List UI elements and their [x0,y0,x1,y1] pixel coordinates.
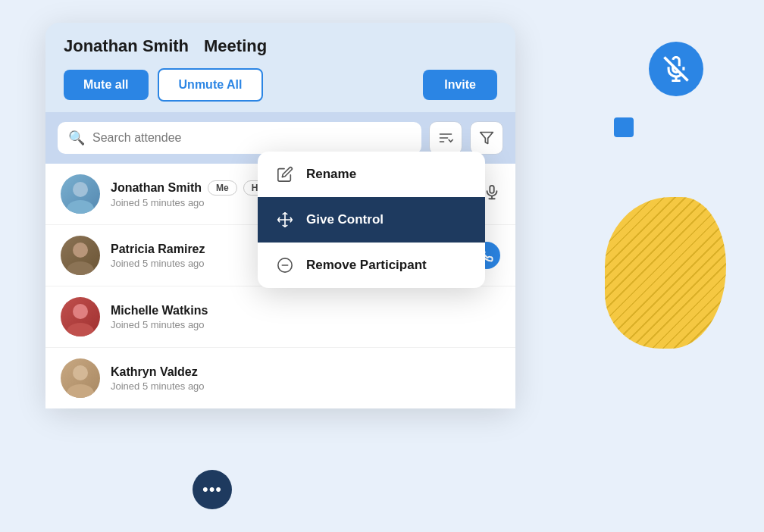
unmute-all-button[interactable]: Unmute All [158,68,264,102]
deco-square [614,117,634,137]
svg-point-13 [67,261,94,275]
avatar [61,174,100,214]
user-name-title: Jonathan Smith [64,36,189,56]
avatar [61,297,100,336]
toolbar: Mute all Unmute All Invite [45,64,515,112]
rename-icon [274,164,296,185]
muted-mic-indicator [649,42,703,96]
mute-all-button[interactable]: Mute all [64,70,149,100]
sort-button[interactable] [429,121,462,155]
attendee-info: Michelle Watkins Joined 5 minutes ago [111,304,500,330]
search-input[interactable] [92,131,411,145]
filter-button[interactable] [470,121,503,155]
svg-point-15 [67,323,94,336]
badge-me: Me [208,180,237,196]
meeting-title: Meeting [204,36,267,56]
search-box: 🔍 [58,122,421,154]
svg-marker-6 [481,133,493,144]
mic-button[interactable] [484,184,500,204]
svg-rect-9 [490,186,494,193]
svg-point-8 [67,200,94,214]
svg-point-17 [67,384,94,398]
svg-point-14 [73,304,88,319]
remove-participant-menu-item[interactable]: Remove Participant [258,243,485,288]
attendee-name: Michelle Watkins [111,304,500,318]
invite-button[interactable]: Invite [423,70,497,100]
search-icon: 🔍 [68,130,85,146]
give-control-menu-item[interactable]: Give Control [258,197,485,243]
remove-icon [274,255,296,276]
deco-blob [605,197,726,349]
panel-header: Jonathan Smith Meeting [45,23,515,64]
avatar [61,236,100,275]
context-menu: Rename Give Control [258,152,485,288]
attendee-row: Michelle Watkins Joined 5 minutes ago [45,286,515,348]
attendee-status: Joined 5 minutes ago [111,380,500,392]
attendee-name: Kathryn Valdez [111,365,500,379]
attendee-row: Kathryn Valdez Joined 5 minutes ago [45,348,515,408]
svg-point-7 [73,182,88,197]
attendee-status: Joined 5 minutes ago [111,319,500,330]
rename-menu-item[interactable]: Rename [258,152,485,197]
fab-button[interactable]: ••• [193,470,232,509]
attendee-info: Kathryn Valdez Joined 5 minutes ago [111,365,500,392]
svg-point-12 [73,243,88,258]
svg-point-16 [73,365,88,380]
give-control-icon [274,209,296,230]
avatar [61,358,100,398]
